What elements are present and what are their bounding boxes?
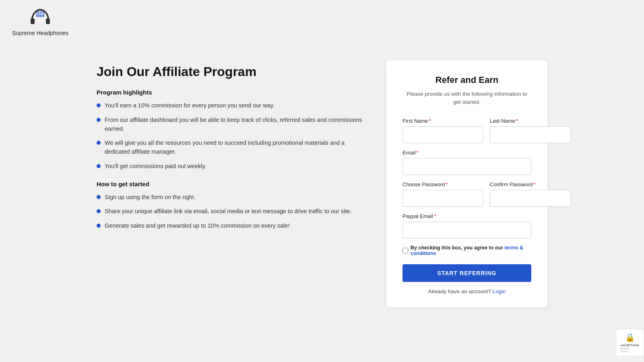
right-panel: Refer and Earn Please provide us with th… [386, 60, 547, 307]
last-name-input[interactable] [490, 126, 571, 143]
bullet-icon [97, 209, 101, 213]
how-to-list: Sign up using the form on the right. Sha… [97, 193, 362, 230]
email-group: Email* [402, 150, 531, 175]
email-label: Email* [402, 150, 531, 156]
form-title: Refer and Earn [402, 75, 531, 85]
list-item: From our affiliate dashboard you will be… [97, 116, 362, 134]
highlights-list: You'll earn a 10% commission for every p… [97, 101, 362, 171]
svg-rect-0 [31, 19, 35, 24]
required-star: * [417, 150, 419, 156]
terms-checkbox[interactable] [402, 248, 408, 253]
login-row: Already have an account? Login [402, 288, 531, 294]
signup-form: First Name* Last Name* Email* [402, 118, 531, 282]
required-star: * [446, 181, 448, 187]
bullet-icon [97, 224, 101, 228]
page-title: Join Our Affiliate Program [97, 64, 362, 79]
password-row: Choose Password* Confirm Password* [402, 181, 531, 207]
paypal-email-group: Paypal Email* [402, 213, 531, 239]
list-item: We will give you all the resources you n… [97, 139, 362, 156]
choose-password-group: Choose Password* [402, 181, 483, 207]
logo[interactable]: Supreme Headphones [12, 8, 68, 36]
list-item: You'll earn a 10% commission for every p… [97, 101, 362, 110]
last-name-group: Last Name* [490, 118, 571, 143]
how-to-heading: How to get started [97, 181, 362, 187]
login-link[interactable]: Login [492, 288, 506, 294]
recaptcha-icon: 🔒 [625, 333, 635, 342]
headphones-logo-icon [29, 8, 52, 28]
highlights-heading: Program highlights [97, 89, 362, 96]
name-row: First Name* Last Name* [402, 118, 531, 143]
last-name-label: Last Name* [490, 118, 571, 124]
bullet-icon [97, 164, 101, 168]
recaptcha-badge: 🔒 reCAPTCHA Privacy - Terms [616, 329, 644, 356]
email-input[interactable] [402, 158, 531, 175]
page-header: Supreme Headphones [0, 0, 644, 44]
paypal-email-input[interactable] [402, 222, 531, 239]
list-item: Sign up using the form on the right. [97, 193, 362, 202]
choose-password-input[interactable] [402, 190, 483, 207]
confirm-password-input[interactable] [490, 190, 571, 207]
bullet-icon [97, 103, 101, 107]
svg-rect-2 [36, 11, 44, 17]
list-item: Share your unique affiliate link via ema… [97, 207, 362, 216]
start-referring-button[interactable]: START REFERRING [402, 264, 531, 282]
form-subtitle: Please provide us with the following inf… [402, 90, 531, 107]
terms-text: By checking this box, you agree to our t… [411, 245, 531, 256]
logo-text: Supreme Headphones [12, 30, 68, 36]
paypal-email-label: Paypal Email* [402, 213, 531, 219]
bullet-icon [97, 118, 101, 122]
main-content: Join Our Affiliate Program Program highl… [80, 60, 564, 307]
choose-password-label: Choose Password* [402, 181, 483, 187]
required-star: * [533, 181, 535, 187]
first-name-label: First Name* [402, 118, 483, 124]
first-name-group: First Name* [402, 118, 483, 143]
svg-rect-1 [46, 19, 50, 24]
confirm-password-group: Confirm Password* [490, 181, 571, 207]
bullet-icon [97, 141, 101, 145]
required-star: * [434, 213, 436, 219]
required-star: * [516, 118, 518, 124]
left-panel: Join Our Affiliate Program Program highl… [97, 60, 362, 240]
confirm-password-label: Confirm Password* [490, 181, 571, 187]
terms-row: By checking this box, you agree to our t… [402, 245, 531, 256]
bullet-icon [97, 195, 101, 199]
required-star: * [429, 118, 431, 124]
list-item: You'll get commissions paid out weekly. [97, 162, 362, 171]
list-item: Generate sales and get rewarded up to 10… [97, 222, 362, 230]
first-name-input[interactable] [402, 126, 483, 143]
signup-form-card: Refer and Earn Please provide us with th… [386, 60, 547, 307]
